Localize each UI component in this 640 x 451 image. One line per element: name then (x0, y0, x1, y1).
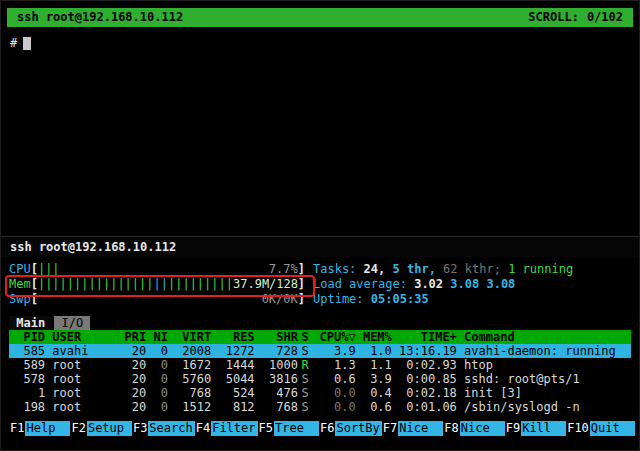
col-command: /sbin/syslogd -n (457, 400, 631, 414)
col-mem: 0.6 (356, 400, 392, 414)
header-virt[interactable]: VIRT (168, 330, 211, 344)
col-mem: 1.1 (356, 358, 392, 372)
header-pid[interactable]: PID (9, 330, 45, 344)
fkey-number: F9 (505, 421, 521, 436)
cpu-meter: CPU[|||7.7%] (9, 262, 305, 277)
col-shr: 728 (255, 344, 298, 358)
swp-meter-label: Swp (9, 292, 31, 307)
header-res[interactable]: RES (211, 330, 254, 344)
col-cpu: 3.9 (312, 344, 355, 358)
col-res: 5044 (211, 372, 254, 386)
header-mem[interactable]: MEM% (356, 330, 392, 344)
col-virt: 5760 (168, 372, 211, 386)
process-row[interactable]: 198 root 20 0 1512 812 768 S 0.0 0.6 0:0… (9, 400, 631, 414)
col-time: 0:00.85 (392, 372, 457, 386)
kthreads-count: 62 kthr; (443, 262, 501, 276)
function-key[interactable]: F2 Setup (70, 421, 131, 436)
header-time[interactable]: TIME+ (392, 330, 457, 344)
load-line: Load average: 3.02 3.08 3.08 (313, 277, 515, 292)
header-ni[interactable]: NI (146, 330, 168, 344)
fkey-number: F1 (9, 421, 25, 436)
fkey-number: F6 (319, 421, 335, 436)
process-row[interactable]: 578 root 20 0 5760 5044 3816 S 0.6 3.9 0… (9, 372, 631, 386)
function-key[interactable]: F3 Search (132, 421, 195, 436)
function-key[interactable]: F6 SortBy (319, 421, 382, 436)
header-shr[interactable]: SHR (255, 330, 298, 344)
load-3: 3.08 (486, 277, 515, 291)
col-time: 0:01.06 (392, 400, 457, 414)
col-virt: 1672 (168, 358, 211, 372)
function-key[interactable]: F4 Filter (195, 421, 258, 436)
fkey-label: SortBy (335, 421, 381, 436)
function-key[interactable]: F5 Tree (258, 421, 319, 436)
bracket-open: [ (31, 292, 38, 307)
process-table-body: 585 avahi 20 0 2008 1272 728 S 3.9 1.0 1… (9, 344, 631, 414)
col-ni: 0 (146, 344, 168, 358)
col-state: R (298, 358, 312, 372)
header-user[interactable]: USER (45, 330, 117, 344)
function-key[interactable]: F9 Kill (505, 421, 566, 436)
col-pid: 589 (9, 358, 45, 372)
function-key[interactable]: F7 Nice - (382, 421, 443, 436)
load-1: 3.02 (414, 277, 443, 291)
tasks-count: 24, (364, 262, 386, 276)
mem-meter: Mem[|||||||||||||||||||||||||||37.9M/128… (9, 277, 305, 292)
col-pid: 578 (9, 372, 45, 386)
htop-tabs: MainI/O (9, 316, 631, 330)
htop-tab[interactable]: Main (9, 316, 52, 330)
cpu-line: CPU[|||7.7%] Tasks: 24, 5 thr, 62 kthr; … (9, 262, 631, 277)
cpu-bar-ticks: ||| (38, 262, 60, 277)
col-mem: 3.9 (356, 372, 392, 386)
running-count: 1 running (508, 262, 573, 276)
fkey-number: F3 (132, 421, 148, 436)
terminal-empty-area (1, 54, 639, 236)
bottom-titlebar: ssh root@192.168.10.112 (1, 236, 639, 257)
fkey-label: Kill (521, 421, 566, 436)
top-titlebar: ssh root@192.168.10.112 SCROLL:0/102 (7, 8, 633, 27)
col-pri: 20 (117, 372, 146, 386)
uptime-value: 05:05:35 (371, 292, 429, 306)
cpu-meter-bar: |||7.7% (38, 262, 298, 277)
process-row[interactable]: 1 root 20 0 768 524 476 S 0.0 0.4 0:02.1… (9, 386, 631, 400)
header-state[interactable]: S (298, 330, 312, 344)
mem-bar-ticks-1: |||||||||||||||| (38, 277, 154, 292)
col-time: 0:02.18 (392, 386, 457, 400)
col-res: 812 (211, 400, 254, 414)
fkey-number: F2 (70, 421, 86, 436)
col-pid: 198 (9, 400, 45, 414)
col-virt: 1512 (168, 400, 211, 414)
shell-prompt-line[interactable]: # (1, 27, 639, 54)
htop-tab[interactable]: I/O (54, 316, 90, 330)
fkey-number: F7 (382, 421, 398, 436)
process-row[interactable]: 585 avahi 20 0 2008 1272 728 S 3.9 1.0 1… (9, 344, 631, 358)
header-cpu[interactable]: CPU%▽ (312, 330, 355, 344)
scroll-value: 0/102 (587, 10, 623, 24)
function-key[interactable]: F1 Help (9, 421, 70, 436)
function-key[interactable]: F8 Nice + (443, 421, 504, 436)
col-pri: 20 (117, 386, 146, 400)
col-cpu: 1.3 (312, 358, 355, 372)
col-shr: 3816 (255, 372, 298, 386)
fkey-label: Nice + (460, 421, 505, 436)
col-user: avahi (45, 344, 117, 358)
col-time: 13:16.19 (392, 344, 457, 358)
header-pri[interactable]: PRI (117, 330, 146, 344)
process-table-header[interactable]: PID USER PRI NI VIRT RES SHR S CPU%▽ MEM… (9, 330, 631, 344)
tasks-line: Tasks: 24, 5 thr, 62 kthr; 1 running (313, 262, 573, 277)
tasks-label: Tasks: (313, 262, 356, 276)
terminal-screen: ssh root@192.168.10.112 SCROLL:0/102 # s… (0, 0, 640, 451)
bracket-open: [ (31, 262, 38, 277)
function-key[interactable]: F10 Quit (566, 421, 635, 436)
col-user: root (45, 358, 117, 372)
uptime-line: Uptime: 05:05:35 (313, 292, 429, 307)
swp-meter: Swp[0K/0K] (9, 292, 305, 307)
fkey-number: F5 (258, 421, 274, 436)
process-row[interactable]: 589 root 20 0 1672 1444 1000 R 1.3 1.1 0… (9, 358, 631, 372)
fkey-label: Setup (87, 421, 132, 436)
header-command[interactable]: Command (457, 330, 631, 344)
bottom-title: ssh root@192.168.10.112 (10, 240, 176, 254)
col-mem: 1.0 (356, 344, 392, 358)
col-pri: 20 (117, 344, 146, 358)
col-shr: 1000 (255, 358, 298, 372)
col-user: root (45, 372, 117, 386)
